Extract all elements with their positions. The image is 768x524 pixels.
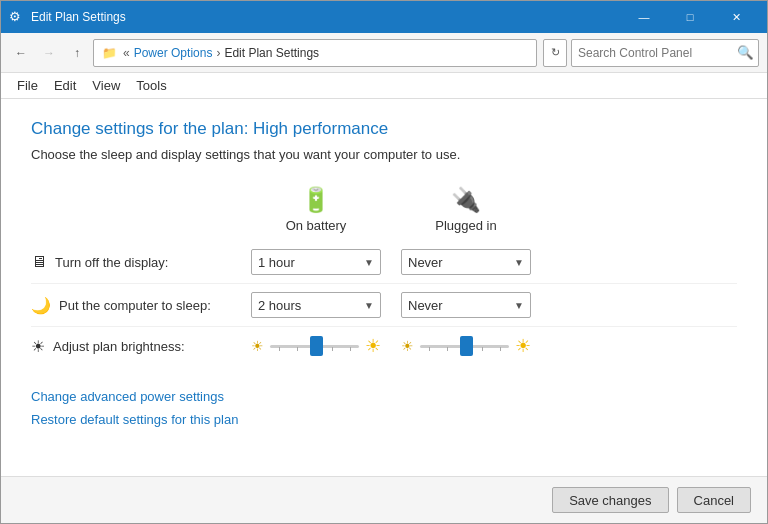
settings-area: 🔋 On battery 🔌 Plugged in 🖥 Turn off the… — [31, 186, 737, 365]
refresh-button[interactable]: ↻ — [543, 39, 567, 67]
sleep-plugged-dropdown[interactable]: Never ▼ — [401, 292, 531, 318]
brightness-plugged-high-icon: ☀ — [515, 335, 531, 357]
display-plugged-dropdown[interactable]: Never ▼ — [401, 249, 531, 275]
plan-subtitle: Choose the sleep and display settings th… — [31, 147, 737, 162]
titlebar: ⚙ Edit Plan Settings — □ ✕ — [1, 1, 767, 33]
brightness-battery-track — [270, 345, 359, 348]
brightness-battery-thumb[interactable] — [310, 336, 323, 356]
sleep-setting-row: 🌙 Put the computer to sleep: 2 hours ▼ N… — [31, 284, 737, 327]
cancel-button[interactable]: Cancel — [677, 487, 751, 513]
advanced-settings-link[interactable]: Change advanced power settings — [31, 389, 737, 404]
brightness-plugged-track-area[interactable] — [420, 336, 509, 356]
breadcrumb-icon: 📁 — [102, 46, 117, 60]
brightness-controls: ☀ ☀ — [251, 335, 531, 357]
display-setting-row: 🖥 Turn off the display: 1 hour ▼ Never ▼ — [31, 241, 737, 284]
plan-title: Change settings for the plan: High perfo… — [31, 119, 737, 139]
back-button[interactable]: ← — [9, 41, 33, 65]
addressbar: ← → ↑ 📁 « Power Options › Edit Plan Sett… — [1, 33, 767, 73]
tick-p2 — [447, 347, 448, 351]
titlebar-title: Edit Plan Settings — [31, 10, 621, 24]
sleep-label-text: Put the computer to sleep: — [59, 298, 211, 313]
sleep-battery-arrow: ▼ — [364, 300, 374, 311]
save-button[interactable]: Save changes — [552, 487, 668, 513]
sleep-battery-value: 2 hours — [258, 298, 301, 313]
column-headers: 🔋 On battery 🔌 Plugged in — [31, 186, 737, 233]
menu-view[interactable]: View — [84, 75, 128, 96]
plugged-icon: 🔌 — [451, 186, 481, 214]
display-battery-value: 1 hour — [258, 255, 295, 270]
titlebar-controls: — □ ✕ — [621, 1, 759, 33]
tick5 — [350, 347, 351, 351]
sleep-plugged-value: Never — [408, 298, 443, 313]
display-label-text: Turn off the display: — [55, 255, 168, 270]
menubar: File Edit View Tools — [1, 73, 767, 99]
brightness-battery-low-icon: ☀ — [251, 338, 264, 354]
display-label: 🖥 Turn off the display: — [31, 253, 251, 271]
display-controls: 1 hour ▼ Never ▼ — [251, 249, 531, 275]
address-box[interactable]: 📁 « Power Options › Edit Plan Settings — [93, 39, 537, 67]
tick4 — [332, 347, 333, 351]
search-box: 🔍 — [571, 39, 759, 67]
maximize-button[interactable]: □ — [667, 1, 713, 33]
brightness-plugged-low-icon: ☀ — [401, 338, 414, 354]
menu-file[interactable]: File — [9, 75, 46, 96]
display-icon: 🖥 — [31, 253, 47, 271]
breadcrumb-current: Edit Plan Settings — [224, 46, 319, 60]
search-button[interactable]: 🔍 — [732, 39, 758, 67]
sleep-controls: 2 hours ▼ Never ▼ — [251, 292, 531, 318]
brightness-plugged-thumb[interactable] — [460, 336, 473, 356]
search-input[interactable] — [572, 46, 732, 60]
display-battery-dropdown[interactable]: 1 hour ▼ — [251, 249, 381, 275]
close-button[interactable]: ✕ — [713, 1, 759, 33]
display-plugged-value: Never — [408, 255, 443, 270]
plugged-column-header: 🔌 Plugged in — [401, 186, 531, 233]
footer: Save changes Cancel — [1, 476, 767, 523]
forward-button[interactable]: → — [37, 41, 61, 65]
brightness-battery-slider-container: ☀ ☀ — [251, 335, 381, 357]
brightness-plugged-slider-container: ☀ ☀ — [401, 335, 531, 357]
sleep-battery-dropdown[interactable]: 2 hours ▼ — [251, 292, 381, 318]
tick2 — [297, 347, 298, 351]
brightness-setting-row: ☀ Adjust plan brightness: ☀ — [31, 327, 737, 365]
plugged-label: Plugged in — [435, 218, 496, 233]
tick-p4 — [482, 347, 483, 351]
breadcrumb-power-options[interactable]: Power Options — [134, 46, 213, 60]
brightness-battery-high-icon: ☀ — [365, 335, 381, 357]
window: ⚙ Edit Plan Settings — □ ✕ ← → ↑ 📁 « Pow… — [0, 0, 768, 524]
menu-tools[interactable]: Tools — [128, 75, 174, 96]
menu-edit[interactable]: Edit — [46, 75, 84, 96]
brightness-label-text: Adjust plan brightness: — [53, 339, 185, 354]
battery-label: On battery — [286, 218, 347, 233]
battery-column-header: 🔋 On battery — [251, 186, 381, 233]
battery-icon: 🔋 — [301, 186, 331, 214]
brightness-label: ☀ Adjust plan brightness: — [31, 337, 251, 356]
brightness-icon: ☀ — [31, 337, 45, 356]
titlebar-icon: ⚙ — [9, 9, 25, 25]
tick1 — [279, 347, 280, 351]
restore-defaults-link[interactable]: Restore default settings for this plan — [31, 412, 737, 427]
breadcrumb-arrow: › — [216, 46, 220, 60]
minimize-button[interactable]: — — [621, 1, 667, 33]
breadcrumb-separator-left: « — [123, 46, 130, 60]
brightness-plugged-track — [420, 345, 509, 348]
tick-p5 — [500, 347, 501, 351]
main-content: Change settings for the plan: High perfo… — [1, 99, 767, 476]
sleep-icon: 🌙 — [31, 296, 51, 315]
up-button[interactable]: ↑ — [65, 41, 89, 65]
sleep-label: 🌙 Put the computer to sleep: — [31, 296, 251, 315]
brightness-battery-track-area[interactable] — [270, 336, 359, 356]
tick-p1 — [429, 347, 430, 351]
display-battery-arrow: ▼ — [364, 257, 374, 268]
display-plugged-arrow: ▼ — [514, 257, 524, 268]
sleep-plugged-arrow: ▼ — [514, 300, 524, 311]
links-area: Change advanced power settings Restore d… — [31, 389, 737, 427]
